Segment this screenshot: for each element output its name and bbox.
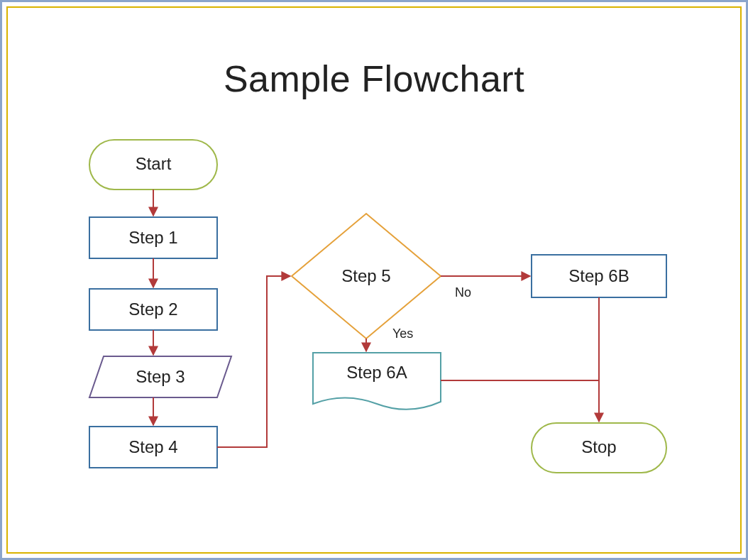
node-step6b-label: Step 6B [568, 266, 629, 285]
node-start: Start [89, 140, 217, 190]
node-stop-label: Stop [581, 437, 616, 456]
node-step2-label: Step 2 [128, 300, 177, 319]
node-step4: Step 4 [89, 427, 217, 468]
label-yes: Yes [392, 326, 413, 341]
node-step1: Step 1 [89, 217, 217, 258]
node-step3: Step 3 [89, 356, 231, 397]
slide-outer-border: Sample Flowchart Start Step 1 Step 2 [0, 0, 748, 560]
slide-inner-border: Sample Flowchart Start Step 1 Step 2 [6, 6, 742, 554]
node-step4-label: Step 4 [128, 437, 177, 456]
node-step2: Step 2 [89, 289, 217, 330]
node-step3-label: Step 3 [136, 367, 185, 386]
node-start-label: Start [136, 154, 172, 173]
flowchart-canvas: Start Step 1 Step 2 Step 3 Step 4 [8, 8, 743, 554]
node-step6a: Step 6A [313, 353, 441, 410]
node-step6b: Step 6B [532, 255, 666, 297]
node-stop: Stop [532, 423, 666, 473]
node-step5: Step 5 [292, 214, 441, 339]
label-no: No [455, 285, 471, 300]
node-step6a-label: Step 6A [346, 363, 407, 382]
node-step1-label: Step 1 [128, 228, 177, 247]
node-step5-label: Step 5 [341, 266, 390, 285]
